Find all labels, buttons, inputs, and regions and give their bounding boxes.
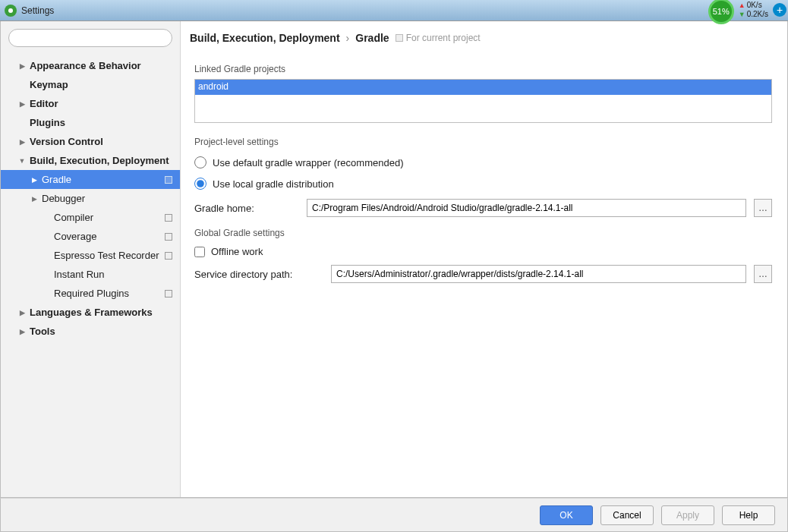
status-widget: 51% ▲0K/s ▼0.2K/s + [708,0,788,21]
dialog-footer: OK Cancel Apply Help [0,498,788,532]
gradle-home-input[interactable] [307,199,746,217]
sidebar-item-editor[interactable]: ▶Editor [1,94,180,113]
sidebar-item-instant-run[interactable]: Instant Run [1,265,180,284]
sidebar-item-label: Coverage [54,231,96,242]
sidebar-item-compiler[interactable]: Compiler [1,208,180,227]
project-scope-icon [165,290,172,297]
window-title: Settings [21,5,54,16]
sidebar-item-build-execution-deployment[interactable]: ▼Build, Execution, Deployment [1,151,180,170]
radio-default-wrapper[interactable]: Use default gradle wrapper (recommended) [194,156,772,168]
sidebar-item-coverage[interactable]: Coverage [1,227,180,246]
chevron-right-icon: ▶ [30,176,39,184]
add-icon[interactable]: + [773,3,786,17]
status-percent[interactable]: 51% [708,0,734,24]
linked-projects-list[interactable]: android [194,79,772,123]
chevron-right-icon: ▶ [17,100,27,108]
project-level-label: Project-level settings [194,137,772,147]
sidebar: ▶Appearance & BehaviorKeymap▶EditorPlugi… [1,21,181,497]
chevron-right-icon: ▶ [17,138,27,146]
project-scope-icon [165,252,172,260]
gradle-panel: Linked Gradle projects android Project-l… [181,50,787,289]
chevron-right-icon: ▶ [30,195,39,203]
radio-default-label: Use default gradle wrapper (recommended) [213,157,403,168]
browse-service-dir-button[interactable]: … [754,265,772,283]
sidebar-item-label: Keymap [30,79,68,90]
chevron-right-icon: ▶ [17,309,27,316]
sidebar-item-label: Espresso Test Recorder [54,250,159,261]
offline-work-checkbox[interactable] [194,247,205,257]
sidebar-item-label: Instant Run [54,269,105,280]
list-item[interactable]: android [195,80,771,95]
sidebar-item-label: Required Plugins [54,288,129,299]
titlebar: Settings 51% ▲0K/s ▼0.2K/s + [0,0,788,21]
global-settings-label: Global Gradle settings [194,228,772,238]
sidebar-item-label: Plugins [30,117,65,128]
scope-hint: For current project [396,33,481,43]
breadcrumb: Build, Execution, Deployment › Gradle Fo… [181,21,787,50]
offline-work-row[interactable]: Offline work [194,246,772,257]
upload-speed: 0K/s [747,1,762,10]
sidebar-item-espresso-test-recorder[interactable]: Espresso Test Recorder [1,246,180,265]
arrow-down-icon: ▼ [739,10,745,19]
content: ▶Appearance & BehaviorKeymap▶EditorPlugi… [0,21,788,498]
sidebar-item-label: Languages & Frameworks [30,307,153,318]
main-panel: Build, Execution, Deployment › Gradle Fo… [181,21,787,497]
chevron-right-icon: ▶ [17,62,27,70]
radio-default[interactable] [194,156,206,168]
sidebar-item-tools[interactable]: ▶Tools [1,322,180,341]
sidebar-item-label: Debugger [42,193,85,204]
radio-local[interactable] [194,178,206,190]
linked-projects-label: Linked Gradle projects [194,64,772,74]
breadcrumb-parent: Build, Execution, Deployment [190,32,340,44]
sidebar-item-label: Tools [30,326,55,337]
search-input[interactable] [8,29,172,47]
settings-window: Settings 51% ▲0K/s ▼0.2K/s + ▶Appearance… [0,0,788,532]
sidebar-item-version-control[interactable]: ▶Version Control [1,132,180,151]
sidebar-item-label: Appearance & Behavior [30,60,141,71]
breadcrumb-child: Gradle [355,32,389,44]
arrow-up-icon: ▲ [739,1,745,10]
app-icon [5,5,17,17]
sidebar-item-label: Editor [30,98,58,109]
ok-button[interactable]: OK [540,505,593,525]
sidebar-item-keymap[interactable]: Keymap [1,75,180,94]
service-dir-input[interactable] [331,265,746,283]
help-button[interactable]: Help [722,505,775,525]
offline-work-label: Offline work [211,246,263,257]
apply-button[interactable]: Apply [661,505,714,525]
project-scope-icon [165,214,172,222]
sidebar-item-label: Build, Execution, Deployment [30,155,169,166]
sidebar-item-languages-frameworks[interactable]: ▶Languages & Frameworks [1,303,180,322]
chevron-down-icon: ▼ [17,157,27,165]
radio-local-wrapper[interactable]: Use local gradle distribution [194,178,772,190]
net-speeds: ▲0K/s ▼0.2K/s [739,1,768,19]
sidebar-item-debugger[interactable]: ▶Debugger [1,189,180,208]
sidebar-item-appearance-behavior[interactable]: ▶Appearance & Behavior [1,56,180,75]
chevron-right-icon: ▶ [17,328,27,335]
browse-gradle-home-button[interactable]: … [754,199,772,217]
sidebar-item-label: Version Control [30,136,103,147]
sidebar-item-label: Gradle [42,174,71,185]
sidebar-item-plugins[interactable]: Plugins [1,113,180,132]
download-speed: 0.2K/s [747,10,768,19]
project-scope-icon [165,176,172,184]
settings-tree[interactable]: ▶Appearance & BehaviorKeymap▶EditorPlugi… [1,53,180,497]
chevron-right-icon: › [346,32,350,44]
gradle-home-label: Gradle home: [194,203,299,214]
sidebar-item-gradle[interactable]: ▶Gradle [1,170,180,189]
sidebar-item-label: Compiler [54,212,93,223]
project-scope-icon [396,34,403,42]
sidebar-item-required-plugins[interactable]: Required Plugins [1,284,180,303]
project-scope-icon [165,233,172,241]
radio-local-label: Use local gradle distribution [213,178,334,190]
cancel-button[interactable]: Cancel [600,505,654,525]
service-dir-label: Service directory path: [194,269,323,280]
